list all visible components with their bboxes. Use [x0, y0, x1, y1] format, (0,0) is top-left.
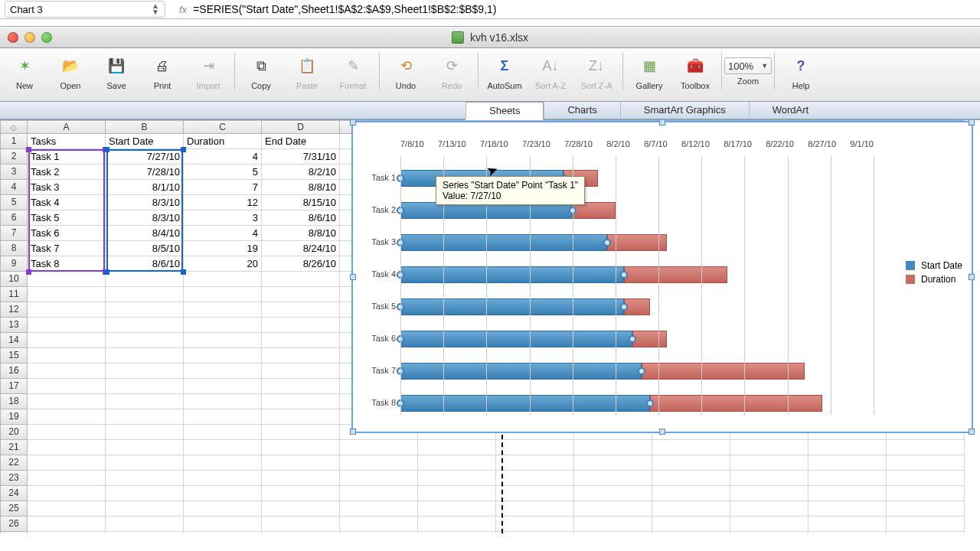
row-header[interactable]: 6: [0, 210, 28, 226]
cell[interactable]: 7/31/10: [262, 149, 340, 165]
cell[interactable]: [262, 287, 340, 302]
cell[interactable]: [652, 501, 730, 517]
cell[interactable]: [652, 517, 730, 532]
row-header[interactable]: 12: [0, 302, 28, 318]
cell[interactable]: [262, 409, 340, 425]
row-header[interactable]: 26: [0, 517, 28, 532]
autosum-button[interactable]: ΣAutoSum: [486, 53, 523, 90]
new-button[interactable]: ✶New: [6, 53, 43, 90]
cell[interactable]: [887, 455, 965, 471]
cell[interactable]: 19: [184, 241, 262, 256]
cell[interactable]: [184, 409, 262, 425]
row-header[interactable]: 9: [0, 256, 28, 272]
cell[interactable]: [184, 272, 262, 287]
worksheet-grid[interactable]: ◇ ABCDEFGHIJKL 1TasksStart DateDurationE…: [0, 120, 980, 533]
cell[interactable]: [418, 440, 496, 455]
embedded-chart[interactable]: 7/8/107/13/107/18/107/23/107/28/108/2/10…: [351, 121, 973, 433]
cell[interactable]: 8/26/10: [262, 256, 340, 272]
row-header[interactable]: 20: [0, 425, 28, 440]
cell[interactable]: [262, 302, 340, 318]
cell[interactable]: [262, 333, 340, 348]
cell[interactable]: [184, 501, 262, 517]
close-window-button[interactable]: [8, 32, 18, 43]
cell[interactable]: [887, 486, 965, 501]
cell[interactable]: [574, 440, 652, 455]
row-header[interactable]: 21: [0, 440, 28, 455]
row-header[interactable]: 27: [0, 532, 28, 533]
tab-charts[interactable]: Charts: [544, 102, 619, 119]
cell[interactable]: End Date: [262, 134, 340, 149]
cell[interactable]: [652, 486, 730, 501]
cell[interactable]: [184, 455, 262, 471]
gallery-button[interactable]: ▦Gallery: [631, 53, 668, 90]
cell[interactable]: 8/24/10: [262, 241, 340, 256]
cell[interactable]: [730, 486, 808, 501]
cell[interactable]: [28, 501, 106, 517]
row-header[interactable]: 4: [0, 180, 28, 195]
row-header[interactable]: 23: [0, 471, 28, 486]
cell[interactable]: [262, 532, 340, 533]
cell[interactable]: [887, 501, 965, 517]
cell[interactable]: [418, 471, 496, 486]
zoom-control[interactable]: 100%▼ Zoom: [730, 53, 766, 86]
cell[interactable]: [106, 501, 184, 517]
cell[interactable]: [262, 517, 340, 532]
cell[interactable]: [808, 517, 887, 532]
cell[interactable]: [496, 517, 574, 532]
cell[interactable]: [652, 440, 730, 455]
cell[interactable]: [730, 455, 808, 471]
cell[interactable]: [730, 471, 808, 486]
cell[interactable]: [28, 455, 106, 471]
row-header[interactable]: 7: [0, 226, 28, 241]
cell[interactable]: [808, 440, 887, 455]
cell[interactable]: [184, 471, 262, 486]
cell[interactable]: [262, 486, 340, 501]
cell[interactable]: [262, 272, 340, 287]
cell[interactable]: [730, 532, 808, 533]
bar-start-date[interactable]: [400, 234, 607, 251]
cell[interactable]: [106, 379, 184, 394]
cell[interactable]: [28, 409, 106, 425]
cell[interactable]: [28, 517, 106, 532]
cell[interactable]: [730, 440, 808, 455]
cell[interactable]: [574, 501, 652, 517]
print-button[interactable]: 🖨Print: [144, 53, 181, 90]
cell[interactable]: [418, 517, 496, 532]
copy-button[interactable]: ⧉Copy: [243, 53, 279, 90]
cell[interactable]: [262, 348, 340, 364]
cell[interactable]: [887, 532, 965, 533]
cell[interactable]: [574, 532, 652, 533]
cell[interactable]: [496, 440, 574, 455]
formula-input[interactable]: =SERIES("Start Date",Sheet1!$A$2:$A$9,Sh…: [193, 3, 496, 15]
cell[interactable]: [496, 501, 574, 517]
bar-start-date[interactable]: [400, 363, 642, 380]
cell[interactable]: [652, 532, 730, 533]
row-header[interactable]: 10: [0, 272, 28, 287]
cell[interactable]: 8/8/10: [262, 180, 340, 195]
cell[interactable]: [730, 501, 808, 517]
cell[interactable]: [887, 471, 965, 486]
cell[interactable]: [28, 440, 106, 455]
cell[interactable]: [496, 455, 574, 471]
cell[interactable]: [106, 517, 184, 532]
tab-smartart[interactable]: SmartArt Graphics: [620, 102, 749, 119]
row-header[interactable]: 19: [0, 409, 28, 425]
cell[interactable]: [28, 287, 106, 302]
row-header[interactable]: 2: [0, 149, 28, 165]
row-header[interactable]: 1: [0, 134, 28, 149]
cell[interactable]: [340, 455, 418, 471]
cell[interactable]: [418, 501, 496, 517]
cell[interactable]: [184, 425, 262, 440]
cell[interactable]: 12: [184, 195, 262, 210]
cell[interactable]: [184, 532, 262, 533]
cell[interactable]: [262, 364, 340, 379]
row-header[interactable]: 18: [0, 394, 28, 409]
cell[interactable]: [418, 455, 496, 471]
cell[interactable]: [184, 440, 262, 455]
cell[interactable]: [808, 532, 887, 533]
row-header[interactable]: 16: [0, 364, 28, 379]
cell[interactable]: [106, 302, 184, 318]
column-header-c[interactable]: C: [184, 120, 262, 134]
cell[interactable]: [106, 333, 184, 348]
cell[interactable]: [574, 471, 652, 486]
